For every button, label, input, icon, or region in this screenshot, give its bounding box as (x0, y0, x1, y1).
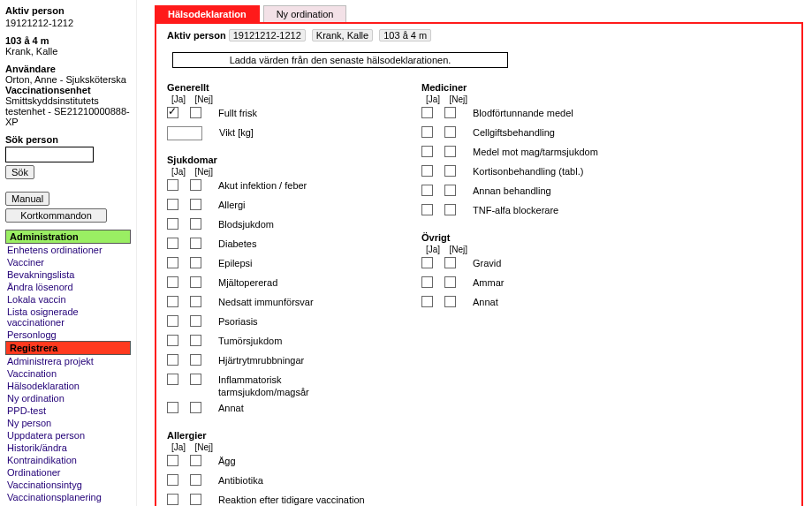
fullt-frisk-ja[interactable] (167, 107, 178, 118)
check-row: Mjältopererad (167, 276, 368, 292)
check-label: Reaktion efter tidigare vaccination (218, 494, 365, 506)
checkbox-ja[interactable] (421, 107, 433, 118)
vikt-input[interactable] (167, 126, 202, 140)
nav-item[interactable]: Hälsodeklaration (5, 380, 131, 392)
nav-item[interactable]: Historik/ändra (5, 442, 131, 454)
tab-ny-ordination[interactable]: Ny ordination (263, 5, 347, 22)
checkbox-ja[interactable] (421, 257, 433, 268)
checkbox-nej[interactable] (190, 354, 201, 366)
nav-item[interactable]: Enhetens ordinationer (5, 244, 131, 256)
checkbox-ja[interactable] (167, 218, 178, 230)
load-latest-button[interactable]: Ladda värden från den senaste hälsodekla… (172, 52, 508, 68)
checkbox-nej[interactable] (190, 315, 201, 327)
checkbox-nej[interactable] (444, 257, 456, 268)
checkbox-ja[interactable] (167, 199, 178, 210)
nav-item[interactable]: Lista osignerade vaccinationer (5, 306, 131, 329)
checkbox-nej[interactable] (444, 204, 456, 215)
checkbox-nej[interactable] (190, 199, 201, 210)
check-label: Ammar (473, 276, 504, 289)
check-label: Psoriasis (218, 315, 258, 328)
checkbox-nej[interactable] (190, 474, 201, 486)
nav-item[interactable]: Ordinationer (5, 466, 131, 479)
checkbox-nej[interactable] (444, 185, 456, 196)
check-row: Annat (167, 402, 368, 418)
check-row: Annat (421, 296, 598, 312)
checkbox-ja[interactable] (167, 315, 178, 327)
checkbox-ja[interactable] (167, 474, 178, 486)
checkbox-nej[interactable] (190, 218, 201, 230)
check-label: Akut infektion / feber (218, 179, 307, 192)
nav-item[interactable]: Vaccination (5, 367, 131, 380)
check-label: Tumörsjukdom (218, 335, 282, 347)
nav-item[interactable]: Vaccinationsintyg (5, 479, 131, 491)
section-mediciner: Mediciner [Ja] [Nej] Blodförtunnande med… (421, 82, 598, 220)
checkbox-nej[interactable] (190, 374, 201, 385)
nav-item[interactable]: Personlogg (5, 329, 131, 341)
checkbox-ja[interactable] (167, 402, 178, 413)
aktiv-person-age: 103 å 4 m (5, 35, 49, 46)
search-button[interactable]: Sök (5, 165, 34, 179)
checkbox-ja[interactable] (167, 238, 178, 249)
mediciner-rows: Blodförtunnande medelCellgiftsbehandling… (421, 107, 598, 220)
nav-item[interactable]: Bevakningslista (5, 268, 131, 281)
checkbox-ja[interactable] (421, 185, 433, 196)
checkbox-nej[interactable] (190, 257, 201, 268)
nav-item[interactable]: Ny ordination (5, 392, 131, 404)
checkbox-ja[interactable] (421, 165, 433, 177)
checkbox-nej[interactable] (190, 402, 201, 413)
checkbox-ja[interactable] (167, 257, 178, 268)
nav-item[interactable]: Lokala vaccin (5, 293, 131, 306)
unit-label: Vaccinationsenhet (5, 85, 91, 95)
kortkommandon-button[interactable]: Kortkommandon (5, 208, 107, 223)
user-name: Orton, Anne - Sjuksköterska (5, 74, 131, 85)
nav-item[interactable]: Kontraindikation (5, 454, 131, 466)
checkbox-ja[interactable] (167, 335, 178, 346)
user-label: Användare (5, 64, 56, 74)
checkbox-nej[interactable] (190, 494, 201, 505)
checkbox-ja[interactable] (167, 276, 178, 288)
tab-halsodeklaration[interactable]: Hälsodeklaration (155, 5, 260, 22)
checkbox-nej[interactable] (190, 335, 201, 346)
checkbox-nej[interactable] (444, 276, 456, 288)
nav-item[interactable]: Ny person (5, 417, 131, 429)
checkbox-ja[interactable] (421, 146, 433, 157)
nav-item[interactable]: Administrera projekt (5, 355, 131, 367)
nav-item[interactable]: Vacciner (5, 256, 131, 268)
checkbox-ja[interactable] (421, 296, 433, 307)
checkbox-nej[interactable] (444, 126, 456, 138)
checkbox-nej[interactable] (190, 296, 201, 307)
nav-item[interactable]: Vaccinationsplanering (5, 491, 131, 503)
nav-header-admin: Administration (5, 230, 131, 244)
checkbox-ja[interactable] (167, 455, 178, 466)
checkbox-nej[interactable] (444, 296, 456, 307)
checkbox-nej[interactable] (444, 146, 456, 157)
checkbox-ja[interactable] (167, 296, 178, 307)
checkbox-ja[interactable] (421, 276, 433, 288)
check-row: Allergi (167, 199, 368, 215)
check-label: Ägg (218, 455, 236, 467)
nav-item[interactable]: PPD-test (5, 404, 131, 417)
checkbox-nej[interactable] (190, 179, 201, 191)
checkbox-ja[interactable] (167, 179, 178, 191)
nav-item[interactable]: Ändra lösenord (5, 281, 131, 293)
checkbox-ja[interactable] (421, 204, 433, 215)
check-row: TNF-alfa blockerare (421, 204, 598, 220)
nav-item[interactable]: Uppdatera person (5, 429, 131, 442)
manual-button[interactable]: Manual (5, 192, 49, 206)
checkbox-ja[interactable] (167, 354, 178, 366)
checkbox-ja[interactable] (421, 126, 433, 138)
fullt-frisk-nej[interactable] (190, 107, 201, 118)
checkbox-ja[interactable] (167, 494, 178, 505)
sidebar: Aktiv person 19121212-1212 103 å 4 m Kra… (0, 0, 137, 506)
checkbox-nej[interactable] (190, 276, 201, 288)
checkbox-ja[interactable] (167, 374, 178, 385)
checkbox-nej[interactable] (444, 107, 456, 118)
check-label: Kortisonbehandling (tabl.) (473, 165, 583, 177)
search-label: Sök person (5, 134, 58, 145)
checkbox-nej[interactable] (190, 238, 201, 249)
check-row: Blodförtunnande medel (421, 107, 598, 123)
checkbox-nej[interactable] (444, 165, 456, 177)
check-row: Blodsjukdom (167, 218, 368, 234)
search-input[interactable] (5, 147, 94, 162)
checkbox-nej[interactable] (190, 455, 201, 466)
